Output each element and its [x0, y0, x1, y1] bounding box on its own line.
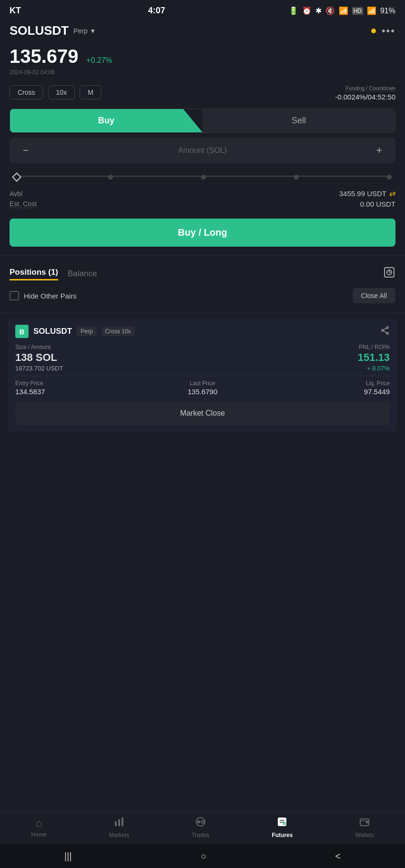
hide-pairs-label: Hide Other Pairs: [24, 292, 77, 300]
amount-slider[interactable]: [0, 168, 405, 186]
pos-price-row: Entry Price 134.5837 Last Price 135.6790…: [15, 376, 390, 396]
pos-size-col: Size / Amount 138 SOL 18723.702 USDT: [15, 344, 202, 372]
balance-tab[interactable]: Balance: [68, 269, 97, 280]
home-icon: ⌂: [36, 817, 42, 829]
nav-wallets[interactable]: Wallets: [355, 817, 374, 838]
amount-input-row: − Amount (SOL) +: [10, 138, 395, 163]
close-all-button[interactable]: Close All: [353, 288, 395, 303]
amount-minus-button[interactable]: −: [17, 144, 34, 157]
hd-icon: HD: [352, 7, 363, 15]
position-card-left: B SOLUSDT Perp Cross 10x: [15, 325, 135, 338]
header: SOLUSDT Perp ▼ •••: [0, 20, 405, 44]
funding-value: -0.0024%/04:52:50: [335, 93, 395, 101]
svg-rect-9: [115, 821, 117, 826]
controls-row: Cross 10x M Funding / Countdown -0.0024%…: [0, 80, 405, 105]
perp-badge[interactable]: Perp ▼: [73, 27, 96, 35]
status-bar: KT 4:07 🔋 ⏰ ✱ 🔇 📶 HD 📶 91%: [0, 0, 405, 20]
bluetooth-icon: ✱: [315, 6, 322, 15]
nav-trades[interactable]: Trades: [192, 817, 209, 838]
more-button[interactable]: •••: [382, 25, 395, 37]
size-label: Size / Amount: [15, 344, 202, 350]
slider-dot-100[interactable]: [387, 175, 392, 180]
bottom-nav: ⌂ Home Markets Trades: [0, 811, 405, 844]
positions-header: Positions (1) Balance: [0, 260, 405, 283]
margin-button[interactable]: Cross: [10, 85, 43, 100]
android-home-button[interactable]: ○: [201, 851, 206, 862]
positions-tab[interactable]: Positions (1): [10, 268, 58, 280]
position-cross-badge: Cross 10x: [101, 327, 135, 336]
nav-futures-label: Futures: [272, 832, 293, 838]
avbl-label: Avbl: [10, 190, 22, 198]
svg-line-8: [384, 331, 386, 333]
position-card: B SOLUSDT Perp Cross 10x Size / Amount 1…: [8, 318, 397, 432]
slider-dot-50[interactable]: [201, 175, 206, 180]
entry-price-value: 134.5837: [15, 388, 140, 396]
positions-tabs: Positions (1) Balance: [10, 268, 97, 280]
android-back-button[interactable]: <: [335, 851, 341, 862]
market-close-button[interactable]: Market Close: [15, 401, 390, 425]
last-price-label: Last Price: [140, 380, 265, 387]
buy-long-button[interactable]: Buy / Long: [10, 219, 395, 247]
buy-tab[interactable]: Buy: [10, 109, 202, 132]
perp-label: Perp: [73, 27, 88, 35]
mode-button[interactable]: M: [80, 85, 101, 100]
pos-data-row-1: Size / Amount 138 SOL 18723.702 USDT PNL…: [15, 344, 390, 372]
liq-price-value: 97.5449: [265, 388, 390, 396]
roi-value: + 8.07%: [202, 365, 390, 372]
slider-dot-25[interactable]: [108, 175, 113, 180]
balance-rows: Avbl 3455.99 USDT ⇄ Est. Cost 0.00 USDT: [0, 186, 405, 215]
svg-point-14: [201, 820, 204, 823]
leverage-button[interactable]: 10x: [48, 85, 75, 100]
nav-markets-label: Markets: [109, 832, 130, 838]
svg-point-5: [386, 332, 388, 334]
trades-icon: [195, 817, 206, 830]
signal-icon: 📶: [367, 6, 376, 15]
svg-rect-20: [366, 821, 368, 823]
symbol-label[interactable]: SOLUSDT: [10, 23, 69, 38]
wifi-icon: 📶: [339, 6, 348, 15]
divider-1: [0, 255, 405, 256]
android-recent-button[interactable]: |||: [64, 851, 72, 862]
est-cost-row: Est. Cost 0.00 USDT: [10, 200, 395, 208]
battery-pct: 91%: [380, 7, 395, 15]
nav-futures[interactable]: Futures: [272, 817, 293, 838]
nav-home-label: Home: [31, 831, 47, 838]
funding-info: Funding / Countdown -0.0024%/04:52:50: [335, 83, 395, 101]
price-main: 135.679: [10, 46, 79, 67]
history-icon[interactable]: [383, 266, 395, 281]
position-card-header: B SOLUSDT Perp Cross 10x: [15, 325, 390, 338]
hide-pairs-left: Hide Other Pairs: [10, 291, 77, 300]
share-icon[interactable]: [380, 326, 390, 338]
position-symbol: SOLUSDT: [33, 327, 72, 336]
svg-rect-10: [118, 819, 120, 826]
buy-sell-tabs: Buy Sell: [10, 109, 395, 133]
size-usdt: 18723.702 USDT: [15, 365, 202, 372]
battery-icon: 🔋: [289, 6, 298, 15]
entry-price-label: Entry Price: [15, 380, 140, 387]
divider-2: [0, 313, 405, 313]
last-price-value: 135.6790: [140, 388, 265, 396]
slider-handle[interactable]: [12, 172, 21, 182]
svg-rect-11: [122, 818, 123, 826]
pnl-value: 151.13: [202, 351, 390, 364]
sell-tab[interactable]: Sell: [202, 109, 395, 132]
liq-price-label: Liq. Price: [265, 380, 390, 387]
nav-markets[interactable]: Markets: [109, 817, 130, 838]
est-cost-value: 0.00 USDT: [360, 200, 395, 208]
position-perp-badge: Perp: [77, 327, 96, 336]
status-time-value: 4:07: [148, 6, 165, 16]
amount-input[interactable]: Amount (SOL): [34, 146, 371, 155]
funding-label: Funding / Countdown: [345, 85, 395, 91]
amount-plus-button[interactable]: +: [371, 144, 388, 157]
notification-dot: [371, 29, 376, 33]
controls-left: Cross 10x M: [10, 85, 101, 100]
slider-dot-75[interactable]: [294, 175, 299, 180]
nav-home[interactable]: ⌂ Home: [31, 817, 47, 838]
dropdown-icon[interactable]: ▼: [90, 27, 96, 35]
status-icons: 🔋 ⏰ ✱ 🔇 📶 HD 📶 91%: [289, 6, 395, 15]
svg-line-7: [384, 328, 386, 330]
hide-pairs-checkbox[interactable]: [10, 291, 19, 300]
price-date: 2024-09-02 04:06: [0, 68, 405, 80]
status-time: KT: [10, 6, 21, 16]
transfer-icon[interactable]: ⇄: [389, 189, 395, 198]
